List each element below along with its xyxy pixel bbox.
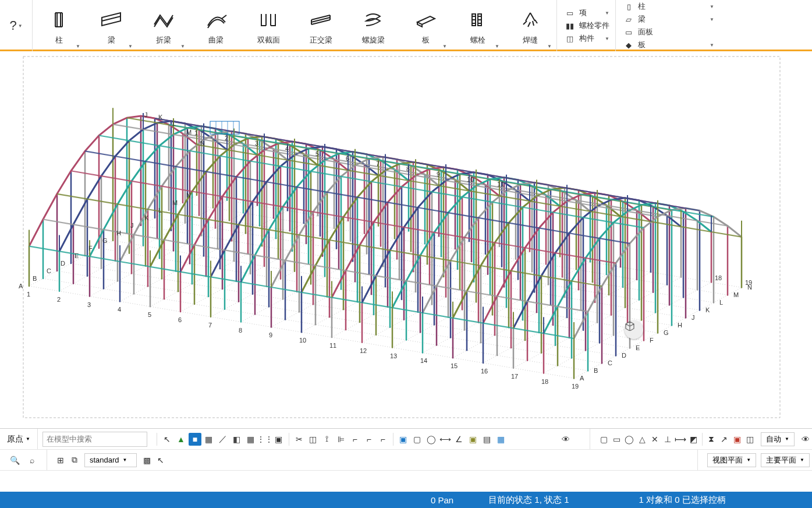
side-boltparts[interactable]: ▮▮螺栓零件 bbox=[563, 19, 609, 32]
r-dim-icon[interactable]: ⟼ bbox=[674, 433, 687, 446]
svg-text:18: 18 bbox=[541, 378, 548, 385]
mainplane-dropdown[interactable]: 主要平面 bbox=[761, 453, 810, 467]
svg-text:A: A bbox=[580, 375, 584, 382]
circle-icon[interactable]: ◯ bbox=[425, 433, 438, 446]
photo-icon[interactable]: ▣ bbox=[467, 433, 480, 446]
inspect-icon[interactable]: ⌕ bbox=[26, 454, 38, 467]
ribbon-column[interactable]: 柱▼ bbox=[33, 0, 85, 51]
snap3-icon[interactable]: ⌐ bbox=[377, 433, 389, 446]
layer-icon[interactable]: ▤ bbox=[481, 433, 494, 446]
r-cube-icon[interactable]: ◫ bbox=[743, 433, 756, 446]
tree-icon[interactable]: ▲ bbox=[175, 433, 187, 446]
ribbon-curvedbeam[interactable]: 曲梁 bbox=[190, 0, 242, 51]
svg-text:17: 17 bbox=[511, 373, 518, 380]
ribbon-spiralbeam[interactable]: 螺旋梁 bbox=[347, 0, 399, 51]
r-target-icon[interactable]: ▣ bbox=[731, 433, 743, 446]
view2-icon[interactable]: ▢ bbox=[411, 433, 424, 446]
r-circle-icon[interactable]: ◯ bbox=[623, 433, 636, 446]
r-hourglass-icon[interactable]: ⧗ bbox=[705, 433, 718, 446]
svg-text:7: 7 bbox=[376, 160, 380, 167]
dots-icon[interactable]: ⋮⋮ bbox=[258, 433, 271, 446]
box-icon[interactable]: ◧ bbox=[231, 433, 243, 446]
ribbon-beam[interactable]: 梁▼ bbox=[85, 0, 137, 51]
ribbon-twinprofile[interactable]: 双截面 bbox=[242, 0, 295, 51]
measure-icon[interactable]: ⟟ bbox=[321, 433, 334, 446]
svg-text:G: G bbox=[102, 237, 108, 244]
svg-text:3: 3 bbox=[255, 140, 258, 147]
svg-text:F: F bbox=[650, 337, 654, 344]
help-button[interactable]: ? bbox=[0, 0, 33, 51]
r-half-icon[interactable]: ◩ bbox=[687, 433, 700, 446]
side-panel[interactable]: ▭面板 bbox=[622, 26, 714, 38]
svg-text:C: C bbox=[47, 267, 51, 274]
r-arrow-icon[interactable]: ↗ bbox=[718, 433, 731, 446]
viewplane-dropdown[interactable]: 视图平面 bbox=[707, 453, 756, 467]
cut-icon[interactable]: ✂ bbox=[293, 433, 306, 446]
angle-icon[interactable]: ∠ bbox=[453, 433, 466, 446]
row2-icons: ⊞ ⧉ standard ▩ ↖ bbox=[54, 453, 167, 467]
plate-icon bbox=[414, 6, 437, 34]
attach-icon[interactable]: ◫ bbox=[307, 433, 320, 446]
ribbon-plate[interactable]: 板▼ bbox=[399, 0, 452, 51]
svg-text:1: 1 bbox=[194, 129, 198, 136]
search-icon[interactable]: 🔍 bbox=[8, 454, 21, 467]
snap1-icon[interactable]: ⌐ bbox=[349, 433, 361, 446]
svg-text:3: 3 bbox=[87, 301, 91, 308]
r-box-icon[interactable]: ▢ bbox=[597, 433, 610, 446]
r-eye-icon[interactable]: 👁 bbox=[799, 433, 812, 446]
ribbon-orthobeam[interactable]: 正交梁 bbox=[295, 0, 347, 51]
svg-text:B: B bbox=[594, 367, 598, 374]
svg-text:M: M bbox=[172, 199, 178, 206]
qr-icon[interactable]: ▦ bbox=[495, 433, 508, 446]
spiralbeam-icon bbox=[361, 6, 385, 34]
auto-dropdown[interactable]: 自动 bbox=[761, 432, 795, 446]
svg-text:16: 16 bbox=[481, 368, 488, 375]
ribbon-weld[interactable]: 焊缝▼ bbox=[504, 0, 556, 51]
view-cube[interactable] bbox=[625, 320, 643, 339]
status-selection: 1 对象和 0 已选择控柄 bbox=[639, 495, 726, 506]
svg-text:L: L bbox=[172, 120, 176, 127]
fill-icon[interactable]: ■ bbox=[189, 433, 201, 446]
beam2-icon: ▱ bbox=[622, 15, 636, 24]
side-item[interactable]: ▭项▼ bbox=[563, 6, 609, 19]
align-icon[interactable]: ⊫ bbox=[335, 433, 348, 446]
dim-icon[interactable]: ⟷ bbox=[439, 433, 452, 446]
pointer-icon[interactable]: ↖ bbox=[161, 433, 173, 446]
select-icon[interactable]: ▣ bbox=[272, 433, 285, 446]
svg-text:M: M bbox=[733, 291, 739, 298]
cursor2-icon[interactable]: ↖ bbox=[154, 454, 167, 467]
visibility-icon[interactable]: 👁 bbox=[559, 433, 572, 446]
tool-row-1: 原点 ↖ ▲ ■ ▦ ／ ◧ ▦ ⋮⋮ ▣ ✂ ◫ ⟟ ⊫ ⌐ ⌐ ⌐ ▣ ▢ … bbox=[0, 429, 812, 450]
ribbon-polybeam[interactable]: 折梁▼ bbox=[137, 0, 190, 51]
tool-row-2: 🔍 ⌕ ⊞ ⧉ standard ▩ ↖ 视图平面 主要平面 bbox=[0, 450, 812, 471]
pattern-icon[interactable]: ▩ bbox=[140, 454, 153, 467]
r-tri-icon[interactable]: △ bbox=[636, 433, 648, 446]
side-plate2[interactable]: ◆板▼ bbox=[622, 38, 714, 51]
grid-icon[interactable]: ▦ bbox=[203, 433, 215, 446]
side-component[interactable]: ◫构件▼ bbox=[563, 32, 609, 45]
svg-text:N: N bbox=[200, 140, 205, 147]
side-column2[interactable]: ▯柱▼ bbox=[622, 0, 714, 13]
r-rect-icon[interactable]: ▭ bbox=[610, 433, 623, 446]
origin-button[interactable]: 原点 bbox=[0, 429, 38, 449]
r-perp-icon[interactable]: ⊥ bbox=[661, 433, 674, 446]
svg-text:8: 8 bbox=[239, 327, 242, 334]
ribbon-bolt[interactable]: 螺栓▼ bbox=[452, 0, 504, 51]
svg-text:L: L bbox=[158, 207, 162, 214]
line-icon[interactable]: ／ bbox=[217, 433, 229, 446]
model-search-input[interactable] bbox=[42, 432, 147, 447]
link-icon[interactable]: ⧉ bbox=[68, 454, 81, 467]
view1-icon[interactable]: ▣ bbox=[397, 433, 410, 446]
svg-text:19: 19 bbox=[572, 383, 579, 390]
side-beam2[interactable]: ▱梁▼ bbox=[622, 13, 714, 26]
svg-text:B: B bbox=[33, 275, 37, 282]
ribbon-toolbar: ? 柱▼ 梁▼ 折梁▼ 曲梁 双截面 正交梁 螺旋梁 板▼ 螺栓▼ 焊缝▼ ▭项… bbox=[0, 0, 812, 51]
r-x-icon[interactable]: ✕ bbox=[648, 433, 661, 446]
hatch-icon[interactable]: ▦ bbox=[244, 433, 257, 446]
grid2-icon[interactable]: ⊞ bbox=[54, 454, 67, 467]
standard-dropdown[interactable]: standard bbox=[84, 453, 137, 467]
svg-text:8: 8 bbox=[406, 165, 410, 172]
model-viewport[interactable]: 1234567891011121314151617181912345678910… bbox=[0, 53, 812, 426]
svg-text:K: K bbox=[158, 114, 163, 121]
snap2-icon[interactable]: ⌐ bbox=[363, 433, 375, 446]
